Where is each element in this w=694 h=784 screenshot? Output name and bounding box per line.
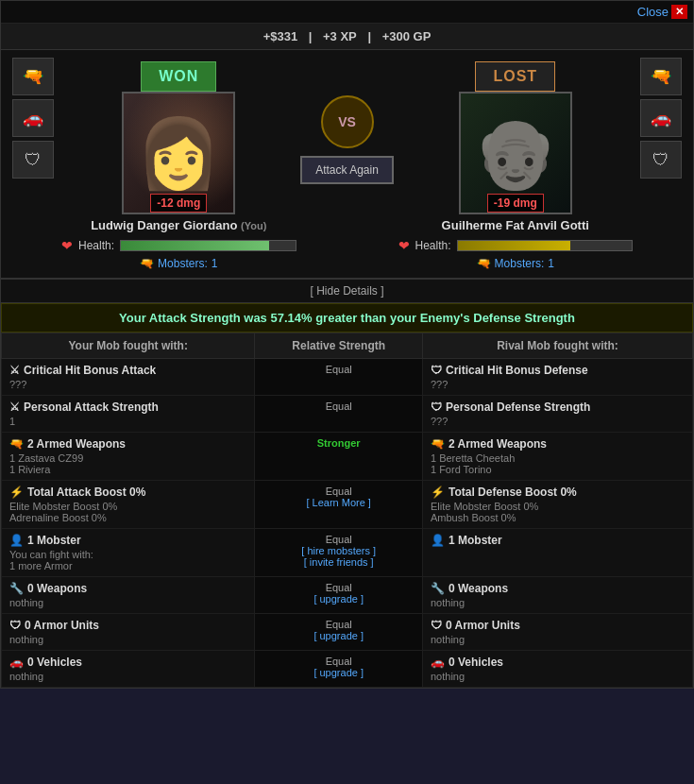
row-6-rival-sub: nothing	[431, 634, 685, 645]
enemy-health-bar-wrap	[457, 240, 633, 251]
table-row-1-your: ⚔Personal Attack Strength1	[2, 396, 255, 433]
player-avatar-wrap: 👩 -12 dmg	[122, 92, 235, 214]
player-health-row: ❤ Health:	[58, 238, 300, 253]
right-icon-gun: 🔫	[640, 58, 682, 95]
right-icon-car: 🚗	[640, 99, 682, 137]
you-label: (You)	[241, 220, 266, 231]
player-heart-icon: ❤	[61, 238, 73, 253]
strength-bar: Your Attack Strength was 57.14% greater …	[1, 303, 693, 332]
details-table: Your Mob fought with: Relative Strength …	[1, 332, 693, 688]
table-row-2-rival: 🔫2 Armed Weapons1 Beretta Cheetah 1 Ford…	[422, 433, 692, 481]
row-7-mid-strength: Equal	[262, 656, 415, 667]
row-2-mid-strength: Stronger	[262, 437, 415, 449]
row-3-your-sub: Elite Mobster Boost 0% Adrenaline Boost …	[9, 501, 246, 523]
row-6-mid-strength: Equal	[262, 619, 415, 630]
right-icon-armor: 🛡	[640, 141, 682, 179]
right-combatant: LOST 👴 -19 dmg Guilherme Fat Anvil Gotti…	[395, 58, 637, 270]
row-4-mid-strength: Equal	[262, 534, 415, 545]
row-3-mid-link[interactable]: [ Learn More ]	[262, 497, 415, 508]
row-3-rival-sub: Elite Mobster Boost 0% Ambush Boost 0%	[431, 501, 685, 523]
row-5-rival-sub: nothing	[431, 597, 685, 608]
table-row-7-rival: 🚗0 Vehiclesnothing	[422, 651, 692, 688]
table-row-0-mid: Equal	[255, 359, 423, 396]
player-dmg-badge: -12 dmg	[150, 194, 207, 213]
table-row-6-rival: 🛡0 Armor Unitsnothing	[422, 614, 692, 651]
table-row-7-your: 🚗0 Vehiclesnothing	[2, 651, 255, 688]
table-row-3-mid: Equal[ Learn More ]	[255, 481, 423, 529]
player-health-bar-wrap	[120, 240, 296, 251]
enemy-health-label: Health:	[415, 239, 451, 252]
left-combatant: WON 👩 -12 dmg Ludwig Danger Giordano (Yo…	[58, 58, 300, 270]
row-6-rival-title: 🛡0 Armor Units	[431, 619, 685, 632]
row-7-your-sub: nothing	[9, 671, 246, 682]
vs-section: VS Attack Again	[300, 58, 395, 184]
row-0-rival-title: 🛡Critical Hit Bonus Defense	[431, 364, 685, 377]
combat-section: 🔫 🚗 🛡 WON 👩 -12 dmg Ludwig Danger Giorda…	[1, 50, 693, 279]
row-5-rival-title: 🔧0 Weapons	[431, 582, 685, 595]
row-5-mid-link[interactable]: [ upgrade ]	[262, 593, 415, 605]
row-2-rival-sub: 1 Beretta Cheetah 1 Ford Torino	[431, 452, 685, 475]
enemy-mobsters-row: 🔫 Mobsters: 1	[473, 257, 558, 270]
row-6-your-title: 🛡0 Armor Units	[9, 619, 246, 632]
enemy-mob-icon: 🔫	[477, 257, 491, 270]
row-0-mid-strength: Equal	[262, 364, 415, 375]
row-0-rival-sub: ???	[431, 379, 685, 390]
player-health-label: Health:	[78, 239, 114, 252]
row-5-your-sub: nothing	[9, 597, 246, 608]
row-2-your-title: 🔫2 Armed Weapons	[9, 437, 246, 451]
row-4-rival-title: 👤1 Mobster	[431, 534, 685, 547]
enemy-health-bar	[458, 241, 571, 250]
hide-details-link[interactable]: [ Hide Details ]	[310, 284, 383, 298]
player-health-bar	[121, 241, 269, 250]
row-4-mid-link-1[interactable]: [ invite friends ]	[262, 556, 415, 568]
rewards-bar: +$331 | +3 XP | +300 GP	[1, 24, 693, 50]
table-row-7-mid: Equal[ upgrade ]	[255, 651, 423, 688]
table-row-2-mid: Stronger	[255, 433, 423, 481]
row-6-mid-link[interactable]: [ upgrade ]	[262, 630, 415, 641]
vs-emblem: VS	[321, 95, 374, 148]
player-mobsters-label: Mobsters:	[158, 257, 208, 270]
player-avatar-figure: 👩	[136, 113, 221, 194]
row-7-rival-sub: nothing	[431, 671, 685, 682]
right-side-icons: 🔫 🚗 🛡	[636, 58, 686, 179]
player-mobsters-row: 🔫 Mobsters: 1	[136, 257, 221, 270]
row-7-rival-title: 🚗0 Vehicles	[431, 656, 685, 669]
close-button[interactable]: Close ✕	[637, 5, 687, 19]
row-7-mid-link[interactable]: [ upgrade ]	[262, 667, 415, 678]
row-1-rival-sub: ???	[431, 416, 685, 427]
enemy-result-badge: LOST	[475, 61, 555, 92]
row-3-rival-title: ⚡Total Defense Boost 0%	[431, 486, 685, 499]
xp-reward: +3 XP	[323, 29, 357, 43]
table-row-5-mid: Equal[ upgrade ]	[255, 577, 423, 614]
row-1-your-sub: 1	[9, 416, 246, 427]
table-row-5-your: 🔧0 Weaponsnothing	[2, 577, 255, 614]
row-5-mid-strength: Equal	[262, 582, 415, 593]
player-result-row: WON	[141, 61, 216, 92]
attack-again-button[interactable]: Attack Again	[300, 156, 394, 184]
row-6-your-sub: nothing	[9, 634, 246, 645]
row-2-your-sub: 1 Zastava CZ99 1 Riviera	[9, 452, 246, 475]
gp-reward: +300 GP	[382, 29, 432, 43]
table-row-3-your: ⚡Total Attack Boost 0%Elite Mobster Boos…	[2, 481, 255, 529]
separator2: |	[367, 29, 374, 43]
row-3-mid-strength: Equal	[262, 486, 415, 497]
enemy-health-row: ❤ Health:	[395, 238, 637, 253]
table-row-3-rival: ⚡Total Defense Boost 0%Elite Mobster Boo…	[422, 481, 692, 529]
enemy-dmg-badge: -19 dmg	[487, 194, 544, 213]
row-7-your-title: 🚗0 Vehicles	[9, 656, 246, 669]
left-icon-armor: 🛡	[12, 141, 54, 179]
enemy-mobsters-label: Mobsters:	[495, 257, 545, 270]
close-label: Close	[637, 5, 669, 19]
hide-details-bar: [ Hide Details ]	[1, 279, 693, 303]
left-side-icons: 🔫 🚗 🛡	[8, 58, 58, 179]
table-row-5-rival: 🔧0 Weaponsnothing	[422, 577, 692, 614]
row-4-mid-link-0[interactable]: [ hire mobsters ]	[262, 545, 415, 556]
money-reward: +$331	[263, 29, 298, 43]
player-name: Ludwig Danger Giordano (You)	[91, 218, 266, 232]
table-row-4-your: 👤1 MobsterYou can fight with: 1 more Arm…	[2, 529, 255, 577]
col-your-header: Your Mob fought with:	[2, 333, 255, 359]
enemy-heart-icon: ❤	[398, 238, 410, 253]
table-row-4-rival: 👤1 Mobster	[422, 529, 692, 577]
close-x-icon: ✕	[671, 5, 687, 19]
enemy-name: Guilherme Fat Anvil Gotti	[442, 218, 589, 232]
